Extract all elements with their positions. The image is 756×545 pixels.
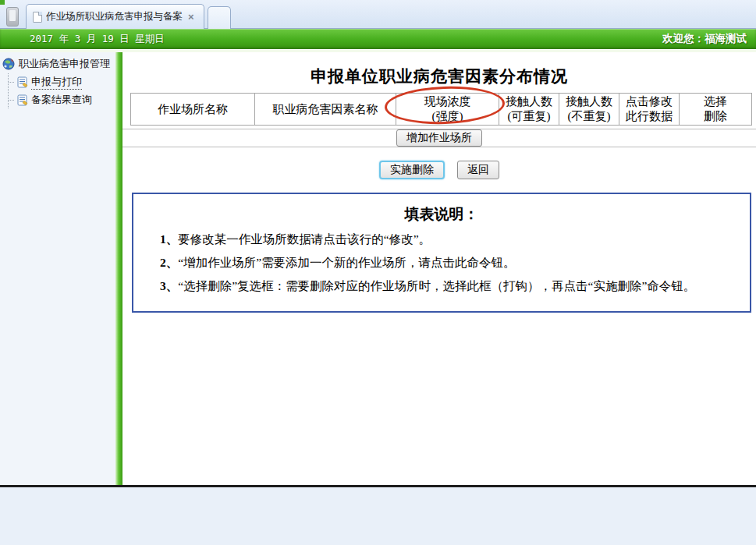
new-tab-button[interactable]	[208, 6, 231, 29]
sidebar-item-label: 申报与打印	[31, 75, 82, 90]
sidebar-splitter[interactable]	[115, 52, 122, 485]
execute-delete-button[interactable]: 实施删除	[379, 161, 445, 179]
sidebar-tree-children: 申报与打印 备案结果查询	[8, 73, 115, 108]
action-row: 实施删除 返回	[122, 161, 756, 179]
sidebar-item-label: 备案结果查询	[31, 93, 92, 107]
sidebar: 职业病危害申报管理 申报与打印	[0, 52, 115, 485]
col-header-exposed-repeatable: 接触人数(可重复)	[499, 94, 559, 126]
bottom-area	[0, 485, 756, 545]
sidebar-item-declare-print[interactable]: 申报与打印	[9, 73, 115, 91]
sidebar-item-record-query[interactable]: 备案结果查询	[9, 91, 115, 108]
instruction-item: 3、“选择删除”复选框：需要删除对应的作业场所时，选择此框（打钩），再点击“实施…	[137, 278, 747, 295]
instructions-box: 填表说明： 1、要修改某一作业场所数据请点击该行的“修改”。 2、“增加作业场所…	[132, 193, 751, 313]
window-corner-accent	[0, 0, 5, 5]
add-worksite-band: 增加作业场所	[122, 129, 756, 147]
add-worksite-button[interactable]: 增加作业场所	[396, 129, 482, 147]
back-button[interactable]: 返回	[457, 161, 499, 179]
page-title: 申报单位职业病危害因素分布情况	[122, 65, 756, 87]
col-header-site-concentration: 现场浓度(强度)	[396, 94, 499, 126]
table-header-row: 作业场所名称 职业病危害因素名称 现场浓度(强度) 接触人数(可重复) 接触人数…	[131, 94, 752, 126]
col-header-worksite-name: 作业场所名称	[131, 94, 255, 126]
instruction-item: 2、“增加作业场所”需要添加一个新的作业场所，请点击此命令钮。	[137, 255, 747, 271]
main-content: 申报单位职业病危害因素分布情况 作业场所名称 职业病危害因素名称 现场浓度(强度…	[122, 52, 756, 485]
page-body: 职业病危害申报管理 申报与打印	[0, 52, 756, 485]
header-bar: 2017 年 3 月 19 日 星期日 欢迎您：福海测试	[0, 29, 756, 49]
globe-icon	[2, 58, 15, 70]
date-text: 2017 年 3 月 19 日 星期日	[30, 33, 165, 46]
col-header-exposed-unique: 接触人数(不重复)	[559, 94, 619, 126]
page-icon	[33, 12, 42, 23]
sidebar-item-hazard-management[interactable]: 职业病危害申报管理	[2, 55, 115, 73]
device-screen	[9, 10, 16, 21]
col-header-click-modify: 点击修改此行数据	[619, 94, 680, 126]
tab-close-icon[interactable]: ×	[188, 11, 194, 23]
col-header-hazard-factor-name: 职业病危害因素名称	[255, 94, 396, 126]
tab-title: 作业场所职业病危害申报与备案	[46, 10, 183, 23]
hazard-table: 作业场所名称 职业病危害因素名称 现场浓度(强度) 接触人数(可重复) 接触人数…	[130, 93, 752, 126]
browser-tab-active[interactable]: 作业场所职业病危害申报与备案 ×	[26, 4, 204, 29]
document-icon	[17, 76, 28, 88]
browser-panel-icon[interactable]	[6, 7, 19, 27]
welcome-text: 欢迎您：福海测试	[662, 32, 747, 46]
sidebar-root-label: 职业病危害申报管理	[19, 57, 110, 71]
instructions-title: 填表说明：	[135, 204, 748, 225]
instruction-item: 1、要修改某一作业场所数据请点击该行的“修改”。	[137, 232, 747, 248]
document-icon	[17, 94, 28, 106]
col-header-select-delete: 选择删除	[680, 94, 752, 126]
browser-tab-bar: 作业场所职业病危害申报与备案 ×	[0, 0, 756, 29]
app-window: 作业场所职业病危害申报与备案 × 2017 年 3 月 19 日 星期日 欢迎您…	[0, 0, 756, 545]
